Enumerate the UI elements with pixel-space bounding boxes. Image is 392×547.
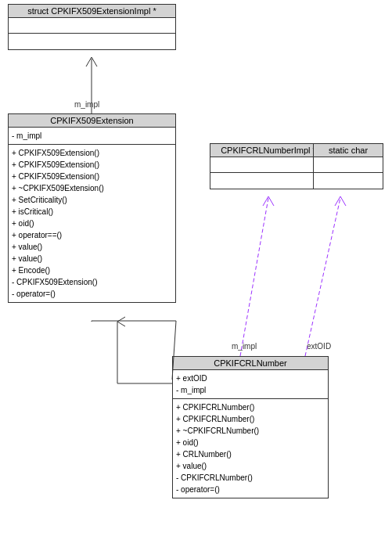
struct-impl-section1: [9, 18, 175, 34]
diagram-container: struct CPKIFX509ExtensionImpl * CPKIFX50…: [0, 0, 392, 547]
static-char-title: static char: [314, 144, 383, 157]
ext-oid-label: extOID: [307, 342, 331, 351]
crl-number-section2: + CPKIFCRLNumber() + CPKIFCRLNumber() + …: [173, 399, 328, 498]
crl-number-impl-title: CPKIFCRLNumberImpl *: [210, 144, 326, 157]
svg-line-2: [305, 198, 340, 356]
struct-impl-section2: [9, 34, 175, 49]
crl-number-impl-section2: [210, 173, 326, 189]
static-char-section2: [314, 173, 383, 189]
crl-number-impl-box: CPKIFCRLNumberImpl *: [210, 143, 327, 189]
cpkifx509-section1: - m_impl: [9, 128, 175, 145]
struct-impl-title: struct CPKIFX509ExtensionImpl *: [9, 5, 175, 18]
crl-number-box: CPKIFCRLNumber + extOID - m_impl + CPKIF…: [172, 356, 329, 498]
struct-impl-box: struct CPKIFX509ExtensionImpl *: [8, 4, 176, 50]
cpkifx509-box: CPKIFX509Extension - m_impl + CPKIFX509E…: [8, 113, 176, 303]
static-char-box: static char: [313, 143, 383, 189]
m-impl-label-1: m_impl: [74, 100, 99, 109]
crl-number-section1: + extOID - m_impl: [173, 370, 328, 399]
static-char-section1: [314, 157, 383, 173]
m-impl-label-2: m_impl: [232, 342, 257, 351]
cpkifx509-title: CPKIFX509Extension: [9, 114, 175, 128]
crl-number-title: CPKIFCRLNumber: [173, 357, 328, 370]
crl-number-impl-section1: [210, 157, 326, 173]
svg-line-1: [240, 198, 268, 356]
cpkifx509-section2: + CPKIFX509Extension() + CPKIFX509Extens…: [9, 145, 175, 302]
